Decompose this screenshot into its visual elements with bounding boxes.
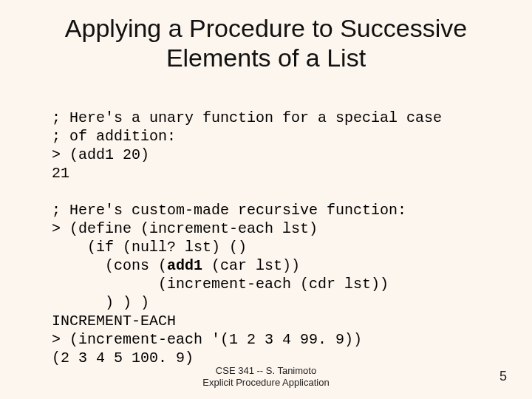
title-line-1: Applying a Procedure to Successive [65,14,467,42]
code-line: > (define (increment-each lst) [52,220,318,237]
footer-line-1: CSE 341 -- S. Tanimoto [216,365,316,376]
code-line: ; Here's a unary function for a special … [52,109,442,126]
code-line: > (increment-each '(1 2 3 4 99. 9)) [52,331,362,348]
code-line: (car lst)) [202,257,300,274]
code-line: ; of addition: [52,128,176,145]
slide-footer: CSE 341 -- S. Tanimoto Explicit Procedur… [0,365,532,389]
code-line: (increment-each (cdr lst)) [52,276,389,293]
slide: Applying a Procedure to Successive Eleme… [0,0,532,367]
code-line: (cons ( [52,257,167,274]
title-line-2: Elements of a List [166,44,366,72]
code-line: INCREMENT-EACH [52,313,176,330]
slide-title: Applying a Procedure to Successive Eleme… [21,13,511,72]
code-line: ) ) ) [52,294,149,311]
code-bold: add1 [167,257,202,274]
code-line: ; Here's custom-made recursive function: [52,202,406,219]
code-block-1: ; Here's a unary function for a special … [52,90,511,367]
page-number: 5 [499,369,507,384]
code-line: (if (null? lst) () [52,239,247,256]
code-line: > (add1 20) [52,146,149,163]
code-line: 21 [52,165,69,182]
footer-line-2: Explicit Procedure Application [202,377,329,388]
